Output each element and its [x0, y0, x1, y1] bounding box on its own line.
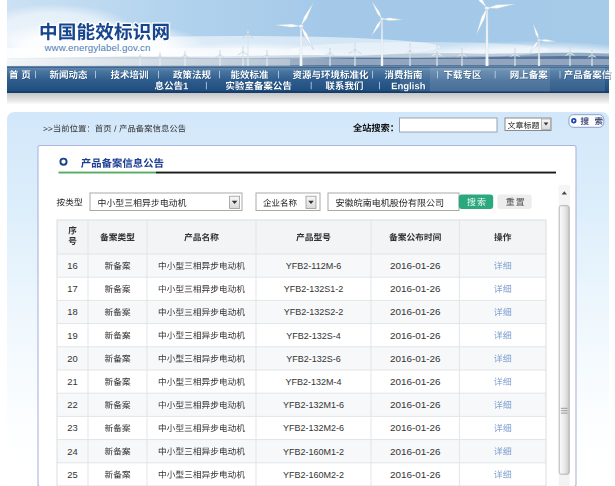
- svg-text:23: 23: [67, 422, 77, 433]
- svg-text:2016-01-26: 2016-01-26: [390, 422, 441, 433]
- svg-text:2016-01-26: 2016-01-26: [390, 260, 441, 271]
- svg-text:21: 21: [67, 376, 77, 387]
- svg-text:www.energylabel.gov.cn: www.energylabel.gov.cn: [44, 42, 151, 53]
- svg-text:2016-01-26: 2016-01-26: [390, 399, 441, 410]
- svg-text:2016-01-26: 2016-01-26: [390, 469, 441, 480]
- svg-text:2016-01-26: 2016-01-26: [390, 330, 441, 341]
- svg-text:20: 20: [67, 353, 77, 364]
- svg-text:24: 24: [67, 446, 77, 457]
- svg-text:YFB2-132M1-6: YFB2-132M1-6: [283, 400, 344, 410]
- svg-text:YFB2-132M-4: YFB2-132M-4: [285, 377, 341, 387]
- svg-text:2016-01-26: 2016-01-26: [390, 283, 441, 294]
- svg-text:2016-01-26: 2016-01-26: [390, 446, 441, 457]
- svg-text:2016-01-26: 2016-01-26: [390, 306, 441, 317]
- svg-text:YFB2-132M2-6: YFB2-132M2-6: [283, 423, 344, 433]
- svg-text:YFB2-112M-6: YFB2-112M-6: [286, 261, 341, 271]
- svg-text:YFB2-132S-6: YFB2-132S-6: [286, 354, 341, 364]
- svg-text:YFB2-160M2-2: YFB2-160M2-2: [283, 470, 344, 480]
- svg-text:2016-01-26: 2016-01-26: [390, 353, 441, 364]
- svg-text:17: 17: [67, 283, 77, 294]
- svg-text:YFB2-160M1-2: YFB2-160M1-2: [283, 447, 344, 457]
- svg-text:2016-01-26: 2016-01-26: [390, 376, 441, 387]
- svg-text:YFB2-132S2-2: YFB2-132S2-2: [284, 307, 344, 317]
- svg-text:25: 25: [67, 469, 77, 480]
- svg-text:YFB2-132S1-2: YFB2-132S1-2: [284, 284, 344, 294]
- svg-text:YFB2-132S-4: YFB2-132S-4: [286, 331, 341, 341]
- svg-text:16: 16: [67, 260, 77, 271]
- svg-text:19: 19: [67, 330, 77, 341]
- svg-text:18: 18: [67, 306, 77, 317]
- svg-text:22: 22: [67, 399, 77, 410]
